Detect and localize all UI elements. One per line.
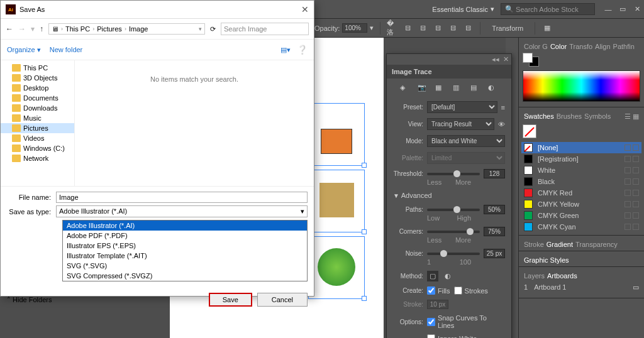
artboard-options-icon[interactable]: ▭ (633, 283, 639, 292)
snap-checkbox[interactable]: Snap Curves To Lines (427, 314, 505, 329)
noise-value[interactable]: 25 px (484, 249, 505, 258)
swatch-item[interactable]: CMYK Yellow (521, 199, 641, 210)
refresh-icon[interactable]: ⟳ (210, 25, 216, 33)
grid-view-icon[interactable]: ▦ (633, 112, 639, 121)
doc-minimize-icon[interactable]: — (601, 3, 615, 16)
swatch-item[interactable]: Black (521, 176, 641, 187)
fill-stroke-indicator[interactable] (523, 53, 640, 67)
organize-menu[interactable]: Organize ▾ (7, 46, 41, 54)
savetype-option[interactable]: Illustrator Template (*.AIT) (63, 251, 307, 261)
tab-transform[interactable]: Transfo (569, 43, 592, 50)
tab-colorguide[interactable]: Color G (524, 43, 548, 50)
align-right-icon[interactable]: ⊟ (417, 23, 428, 34)
stock-search-input[interactable]: 🔍 Search Adobe Stock (501, 3, 595, 15)
panel-close-icon[interactable]: ✕ (503, 55, 509, 63)
method-abutting-icon[interactable]: ▢ (427, 271, 438, 281)
align-left-icon[interactable]: �洛 (387, 23, 398, 34)
panel-collapse-icon[interactable]: ◂◂ (492, 55, 499, 63)
tree-node[interactable]: Pictures (1, 123, 74, 133)
tab-pathfinder[interactable]: Pathfin (613, 43, 635, 50)
swatch-item[interactable]: [Registration] (521, 153, 641, 165)
artboard-row[interactable]: 1 Artboard 1 ▭ (521, 280, 641, 295)
savetype-option[interactable]: Adobe PDF (*.PDF) (63, 231, 307, 241)
save-button[interactable]: Save (209, 293, 252, 307)
selected-object[interactable] (308, 170, 365, 232)
ignore-white-checkbox[interactable]: Ignore White (427, 334, 477, 338)
list-view-icon[interactable]: ☰ (625, 112, 631, 121)
tab-transparency[interactable]: Transparency (575, 241, 618, 248)
chevron-down-icon[interactable]: ▾ (370, 24, 374, 32)
new-folder-button[interactable]: New folder (50, 46, 83, 53)
help-icon[interactable]: ❔ (297, 45, 308, 55)
swatch-item[interactable]: White (521, 165, 641, 176)
tree-node[interactable]: This PC (1, 63, 74, 73)
tab-gradient[interactable]: Gradient (547, 241, 573, 248)
preset-photo-hi-icon[interactable]: 📷 (418, 84, 428, 94)
tab-layers[interactable]: Layers (524, 272, 545, 280)
menu-icon[interactable]: ≡ (501, 104, 505, 111)
folder-tree[interactable]: This PC3D ObjectsDesktopDocumentsDownloa… (1, 60, 75, 186)
swatch-item[interactable]: CMYK Green (521, 210, 641, 221)
tree-node[interactable]: 3D Objects (1, 73, 74, 83)
threshold-value[interactable]: 128 (484, 169, 505, 178)
folder-search-input[interactable]: Search Image (221, 23, 309, 35)
selected-object[interactable] (308, 236, 365, 299)
tab-align[interactable]: Align (595, 43, 610, 50)
method-overlap-icon[interactable]: ◐ (442, 271, 453, 281)
doc-maximize-icon[interactable]: ▭ (616, 3, 630, 16)
preset-6color-icon[interactable]: ▤ (470, 84, 480, 94)
align-center-v-icon[interactable]: ⊟ (447, 23, 458, 34)
color-spectrum[interactable] (523, 70, 640, 102)
align-top-icon[interactable]: ⊟ (432, 23, 443, 34)
savetype-option[interactable]: Illustrator EPS (*.EPS) (63, 241, 307, 251)
swatch-item[interactable]: [None] (521, 142, 641, 153)
transform-link[interactable]: Transform (487, 23, 528, 33)
savetype-option[interactable]: SVG Compressed (*.SVGZ) (63, 271, 307, 281)
strokes-checkbox[interactable]: Strokes (454, 286, 488, 295)
corners-slider[interactable] (427, 231, 480, 233)
tab-color[interactable]: Color (550, 43, 567, 50)
align-center-h-icon[interactable]: ⊟ (402, 23, 413, 34)
advanced-toggle[interactable]: ▼ Advanced (387, 188, 511, 202)
doc-close-icon[interactable]: ✕ (630, 3, 644, 16)
paths-slider[interactable] (427, 209, 480, 211)
tab-swatches[interactable]: Swatches (524, 112, 554, 121)
tree-node[interactable]: Videos (1, 133, 74, 143)
preset-3color-icon[interactable]: ▥ (453, 84, 463, 94)
preset-select[interactable]: [Default] (427, 101, 497, 113)
threshold-slider[interactable] (427, 173, 480, 175)
savetype-option[interactable]: SVG (*.SVG) (63, 261, 307, 271)
align-bottom-icon[interactable]: ⊟ (462, 23, 474, 34)
selected-object[interactable] (308, 103, 365, 166)
tab-graphic-styles[interactable]: Graphic Styles (524, 256, 569, 264)
view-options-icon[interactable]: ▤▾ (280, 46, 291, 54)
swatch-none[interactable] (523, 124, 640, 138)
tab-stroke[interactable]: Stroke (524, 241, 544, 248)
preset-bw-icon[interactable]: ◐ (488, 84, 498, 94)
swatch-item[interactable]: CMYK Red (521, 187, 641, 199)
workspace-switcher[interactable]: Essentials Classic▾ (432, 5, 494, 13)
mode-select[interactable]: Black and White (427, 135, 505, 147)
tree-node[interactable]: Desktop (1, 83, 74, 93)
tab-symbols[interactable]: Symbols (584, 112, 611, 121)
tree-node[interactable]: Music (1, 113, 74, 123)
view-select[interactable]: Tracing Result (427, 118, 494, 130)
hide-folders-toggle[interactable]: ˄ Hide Folders (7, 296, 52, 304)
fills-checkbox[interactable]: Fills (427, 286, 450, 295)
tab-brushes[interactable]: Brushes (557, 112, 582, 121)
close-icon[interactable]: ✕ (301, 4, 309, 14)
eye-icon[interactable]: 👁 (498, 121, 505, 128)
savetype-option[interactable]: Adobe Illustrator (*.AI) (63, 221, 307, 231)
opacity-input[interactable] (342, 23, 367, 33)
nav-recent-icon[interactable]: ▾ (31, 25, 35, 33)
nav-up-icon[interactable]: ↑ (40, 25, 43, 33)
paths-value[interactable]: 50% (484, 205, 505, 214)
filename-input[interactable] (56, 192, 308, 203)
preset-auto-icon[interactable]: ◈ (400, 84, 410, 94)
swatch-item[interactable]: CMYK Cyan (521, 221, 641, 232)
address-bar[interactable]: 🖥› This PC› Pictures› Image ▾ (48, 23, 205, 35)
savetype-select[interactable]: Adobe Illustrator (*.AI)▾ (56, 205, 308, 217)
tab-artboards[interactable]: Artboards (547, 272, 577, 280)
tree-node[interactable]: Windows (C:) (1, 143, 74, 153)
tree-node[interactable]: Downloads (1, 103, 74, 113)
